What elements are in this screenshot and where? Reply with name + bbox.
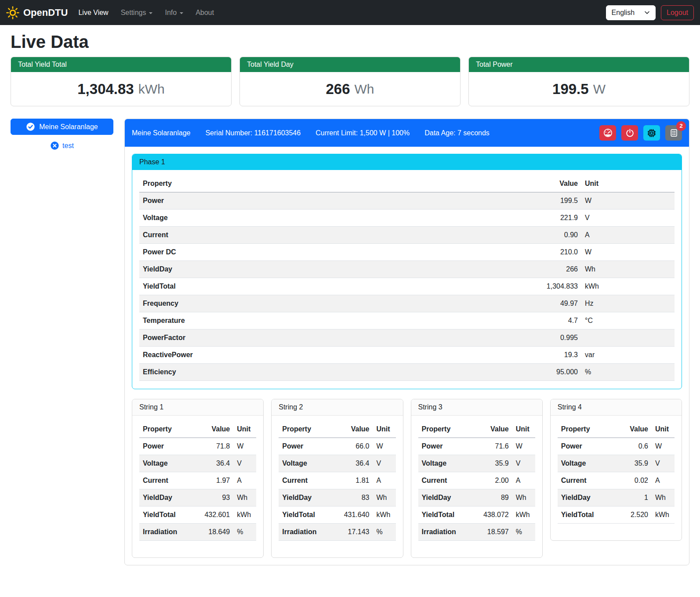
property-cell: Voltage [418,455,474,472]
unit-cell: °C [581,312,675,329]
power-button[interactable] [621,125,638,141]
limit-settings-button[interactable] [599,125,616,141]
property-cell: Power [558,438,613,455]
table-row: Current0.02A [558,472,675,489]
value-cell: 95.000 [532,364,581,381]
property-cell: Power [139,192,532,210]
table-row: Irradiation18.597% [418,524,535,541]
nav-item-about[interactable]: About [189,5,220,20]
nav-item-settings[interactable]: Settings [115,5,159,20]
summary-value: 266 [326,81,350,98]
unit-cell: Wh [373,489,396,507]
summary-card-body: 199.5 W [469,72,689,106]
nav-right: English Logout [606,5,694,20]
caret-down-icon [149,12,152,14]
value-cell: 35.9 [474,455,512,472]
main-layout: Meine Solaranlage test Meine Solaranlage [11,119,689,565]
unit-cell: V [512,455,535,472]
column-header-property: Property [418,421,474,438]
table-row: YieldTotal431.640kWh [279,507,395,524]
nav-item-live-view[interactable]: Live View [72,5,114,20]
nav-item-label: About [196,9,214,17]
value-cell: 71.6 [474,438,512,455]
property-cell: Voltage [558,455,613,472]
inverter-data-age: Data Age: 7 seconds [424,129,490,137]
check-circle-icon [26,122,35,131]
nav-item-info[interactable]: Info [159,5,189,20]
table-row: YieldTotal432.601kWh [139,507,256,524]
unit-cell: kWh [652,507,675,524]
navbar: OpenDTU Live View Settings Info About En… [0,0,700,25]
property-cell: Voltage [139,455,195,472]
table-row: Power DC210.0W [139,244,675,261]
language-select[interactable]: English [606,5,656,20]
inverter-select-button[interactable]: Meine Solaranlage [11,119,113,135]
string-table-body: Power0.6WVoltage35.9VCurrent0.02AYieldDa… [558,438,675,524]
table-row: Voltage36.4V [279,455,395,472]
event-log-button[interactable]: 2 [665,125,682,141]
value-cell: 66.0 [334,438,373,455]
inverter-meta: Meine Solaranlage Serial Number: 1161716… [132,129,490,137]
unit-cell: W [581,244,675,261]
string-table: Property Value Unit Power0.6WVoltage35.9… [558,421,675,524]
value-cell: 4.7 [532,312,581,329]
sidebar-item-label: test [62,142,74,150]
summary-card-title: Total Yield Total [11,57,231,72]
unit-cell: kWh [581,278,675,295]
unit-cell: % [581,364,675,381]
brand[interactable]: OpenDTU [6,6,68,19]
value-cell: 0.6 [613,438,652,455]
string-card-title: String 3 [411,399,542,416]
sidebar-item-test[interactable]: test [11,141,113,150]
journal-icon [669,128,678,137]
table-header-row: Property Value Unit [139,421,256,438]
property-cell: Temperature [139,312,532,329]
property-cell: YieldTotal [139,278,532,295]
unit-cell: W [373,438,396,455]
unit-cell: Wh [233,489,256,507]
unit-cell: kWh [373,507,396,524]
device-info-button[interactable] [643,125,660,141]
property-cell: Efficiency [139,364,532,381]
unit-cell: A [512,472,535,489]
value-cell: 0.995 [532,329,581,347]
inverter-current-limit: Current Limit: 1,500 W | 100% [316,129,410,137]
property-cell: YieldDay [418,489,474,507]
summary-card-body: 1,304.83 kWh [11,72,231,106]
power-icon [625,128,635,137]
string-table-body: Power71.6WVoltage35.9VCurrent2.00AYieldD… [418,438,535,541]
string-table-body: Power71.8WVoltage36.4VCurrent1.97AYieldD… [139,438,256,541]
table-row: Power71.8W [139,438,256,455]
property-cell: YieldDay [279,489,334,507]
summary-row: Total Yield Total 1,304.83 kWh Total Yie… [11,57,689,106]
unit-cell: % [233,524,256,541]
logout-button[interactable]: Logout [661,5,694,20]
property-cell: YieldTotal [558,507,613,524]
property-cell: Irradiation [418,524,474,541]
table-row: Voltage35.9V [558,455,675,472]
unit-cell: W [233,438,256,455]
value-cell: 431.640 [334,507,373,524]
value-cell: 89 [474,489,512,507]
table-header-row: Property Value Unit [279,421,395,438]
value-cell: 1,304.833 [532,278,581,295]
property-cell: Power [279,438,334,455]
property-cell: Power DC [139,244,532,261]
column-header-unit: Unit [233,421,256,438]
inverter-card-header: Meine Solaranlage Serial Number: 1161716… [125,119,689,147]
table-row: Current1.81A [279,472,395,489]
property-cell: YieldTotal [279,507,334,524]
page-container: Live Data Total Yield Total 1,304.83 kWh… [0,32,700,565]
unit-cell: W [512,438,535,455]
unit-cell: % [373,524,396,541]
event-count-badge: 2 [676,121,686,131]
column-header-property: Property [279,421,334,438]
property-cell: PowerFactor [139,329,532,347]
unit-cell: V [581,210,675,227]
brand-label: OpenDTU [23,7,68,18]
column-header-value: Value [195,421,233,438]
value-cell: 71.8 [195,438,233,455]
table-row: Temperature4.7°C [139,312,675,329]
unit-cell: kWh [512,507,535,524]
table-row: PowerFactor0.995 [139,329,675,347]
